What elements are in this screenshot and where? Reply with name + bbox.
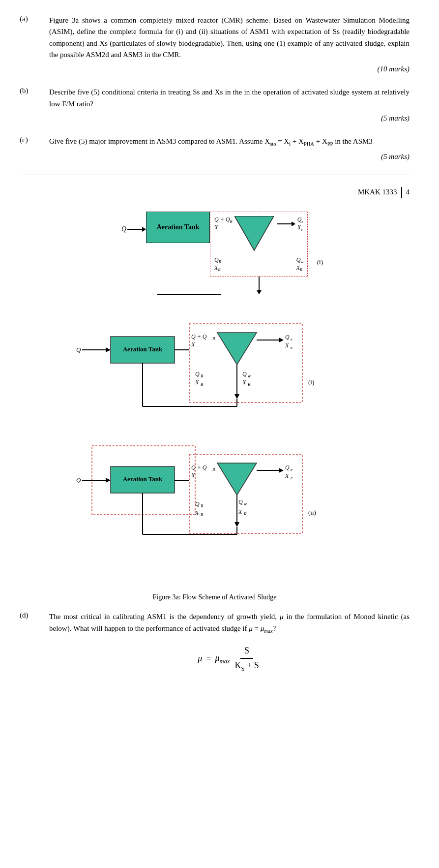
aeration-tank-label-i: Aeration Tank [157, 223, 200, 231]
qw-xr-block-i: Qw XR [296, 256, 303, 273]
arrow-head-in-i [106, 347, 111, 352]
qw-sub-ii: w [244, 501, 247, 506]
bottom-outputs-i: QR XR Qw XR [214, 256, 303, 273]
qr-bot-sub-ii: R [200, 503, 204, 508]
page-header: MKAK 1333 4 [20, 187, 410, 198]
xe-text-ii: X [285, 472, 289, 479]
recycle-line-i [157, 294, 308, 295]
flow-diagrams-svg: Q Aeration Tank Q + Q R X Q e X e Q R X … [67, 303, 362, 589]
xr-bot-text-i: X [195, 379, 199, 386]
page-id: MKAK 1333 4 [358, 187, 410, 198]
qw-sub-i: w [248, 373, 251, 378]
qe-output-i: Qe Xe [277, 216, 303, 232]
question-d-label: (d) [20, 611, 49, 620]
figure-caption: Figure 3a: Flow Scheme of Activated Slud… [153, 593, 277, 601]
qe-label-i: Qe [297, 216, 303, 224]
xe-sub-i: e [291, 345, 293, 350]
arrow-in-i [127, 227, 146, 232]
mid-section-i: Q + QR X [210, 212, 308, 295]
aeration-text-i: Aeration Tank [122, 345, 162, 353]
qw-text-ii: Q [238, 498, 243, 505]
xe-sub-ii: e [291, 475, 293, 480]
question-b-content: Describe five (5) conditional criteria i… [49, 87, 410, 124]
page-divider-bar [401, 187, 402, 198]
qe-sub-i: e [291, 337, 293, 341]
question-d: (d) The most critical in calibrating ASM… [20, 611, 410, 679]
qr-xr-labels-i: QR XR [214, 256, 221, 273]
xr2-sub-ii: R [243, 511, 247, 516]
down-arrowhead-i [210, 290, 308, 294]
qr-label-i: QR [214, 256, 221, 264]
x-text-ii: X [191, 472, 195, 479]
formula-mu-max: μmax [215, 651, 230, 666]
diagram-i: Q Aeration Tank [121, 212, 308, 296]
qr-bot-text-i: Q [195, 371, 200, 377]
arrow-head-in-ii [106, 478, 111, 483]
down-arrow-head-ii [234, 522, 239, 527]
xr-label2-i: XR [214, 264, 221, 272]
aeration-tank-wrapper-i: Aeration Tank [146, 212, 210, 243]
q-text-i: Q [76, 346, 81, 353]
qe-text-ii: Q [285, 464, 290, 471]
question-b: (b) Describe five (5) conditional criter… [20, 87, 410, 124]
case-i-text: (i) [308, 378, 314, 386]
question-d-content: The most critical in calibrating ASM1 is… [49, 611, 410, 679]
xr-label3-i: XR [296, 264, 302, 272]
question-c-text: Give five (5) major improvement in ASM3 … [49, 137, 373, 145]
question-c-content: Give five (5) major improvement in ASM3 … [49, 136, 410, 163]
q-label-i: Q [121, 225, 126, 233]
xe-text-i: X [285, 342, 289, 349]
clarifier-tri-ii2 [217, 463, 257, 495]
dotted-right-i: Q + QR X [210, 212, 308, 277]
xr2-sub-i: R [247, 382, 251, 387]
qe-arrow-i [279, 338, 284, 342]
case-ii-text: (ii) [308, 509, 316, 516]
case-label-i: (i) [317, 258, 323, 266]
q-text-ii: Q [76, 476, 81, 484]
xr2-text-ii: X [238, 508, 242, 515]
flow-label-QQr-i: Q + QR [214, 216, 233, 224]
question-a-content: Figure 3a shows a common completely mixe… [49, 15, 410, 75]
qe-text-i: Q [285, 334, 290, 341]
question-a-marks: (10 marks) [49, 63, 410, 75]
q-qr-text-ii: Q + Q [191, 464, 207, 471]
clarifier-col-i [234, 216, 274, 255]
xe-label-i: Xe [297, 224, 303, 232]
down-arrow-i [210, 277, 308, 290]
svg-marker-0 [234, 216, 274, 250]
aeration-tank-i: Aeration Tank [146, 212, 210, 243]
question-b-marks: (5 marks) [49, 113, 410, 124]
question-a-text: Figure 3a shows a common completely mixe… [49, 16, 410, 59]
q-in-arrow-i: Q [121, 225, 146, 233]
flow-label-X-i: X [214, 224, 233, 231]
question-b-label: (b) [20, 87, 49, 95]
qw-label-i: Qw [296, 256, 303, 264]
qr-sub-i: R [212, 336, 215, 341]
page-course-id: MKAK 1333 [358, 188, 397, 196]
xr2-text-i: X [242, 379, 246, 386]
question-d-text: The most critical in calibrating ASM1 is… [49, 613, 410, 632]
top-flow-labels-i: Q + QR X [214, 216, 233, 231]
question-c-label: (c) [20, 136, 49, 144]
question-b-text: Describe five (5) conditional criteria i… [49, 88, 410, 107]
section-divider [20, 175, 410, 175]
qr-bot-text-ii: Q [195, 500, 200, 507]
page-number: 4 [406, 188, 410, 196]
formula-equals: = [206, 652, 211, 666]
xr-bot-sub-ii: R [200, 512, 204, 517]
figure-section: Q Aeration Tank [20, 212, 410, 602]
top-flow-i: Q + QR X [214, 216, 303, 255]
aeration-text-ii: Aeration Tank [122, 475, 162, 483]
question-a-label: (a) [20, 15, 49, 23]
xr-bot-text-ii: X [195, 509, 199, 516]
formula-fraction: S KS + S [233, 644, 261, 674]
qr-bot-sub-i: R [200, 373, 204, 378]
question-c: (c) Give five (5) major improvement in A… [20, 136, 410, 163]
formula-block: μ = μmax S KS + S [49, 644, 410, 674]
formula-mu-left: μ [198, 652, 202, 666]
xr-bot-sub-i: R [200, 382, 204, 387]
formula-denom: KS + S [233, 659, 261, 674]
question-c-marks: (5 marks) [49, 151, 410, 162]
clarifier-tri-i [217, 333, 257, 365]
x-text-i: X [191, 341, 195, 348]
